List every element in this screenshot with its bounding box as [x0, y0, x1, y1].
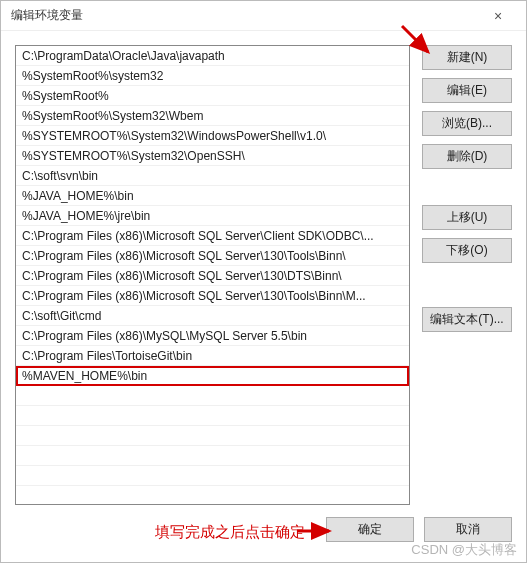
spacer	[422, 177, 512, 197]
close-icon: ×	[494, 8, 502, 24]
dialog-title: 编辑环境变量	[11, 7, 478, 24]
move-up-button[interactable]: 上移(U)	[422, 205, 512, 230]
path-list-item[interactable]: %SYSTEMROOT%\System32\OpenSSH\	[16, 146, 409, 166]
dialog-footer: 填写完成之后点击确定 确定 取消	[1, 506, 526, 562]
path-list-item[interactable]: C:\Program Files (x86)\Microsoft SQL Ser…	[16, 286, 409, 306]
path-list-item[interactable]: %SystemRoot%\system32	[16, 66, 409, 86]
spacer	[422, 271, 512, 299]
path-list-item[interactable]: %SystemRoot%\System32\Wbem	[16, 106, 409, 126]
path-list-item-empty[interactable]	[16, 426, 409, 446]
path-list-item-empty[interactable]	[16, 446, 409, 466]
path-list-item[interactable]: %SYSTEMROOT%\System32\WindowsPowerShell\…	[16, 126, 409, 146]
path-list-item[interactable]: %JAVA_HOME%\bin	[16, 186, 409, 206]
ok-button[interactable]: 确定	[326, 517, 414, 542]
path-list-item[interactable]: C:\Program Files (x86)\Microsoft SQL Ser…	[16, 246, 409, 266]
delete-button[interactable]: 删除(D)	[422, 144, 512, 169]
path-list-item[interactable]: %MAVEN_HOME%\bin	[16, 366, 409, 386]
path-list-item-empty[interactable]	[16, 386, 409, 406]
path-list-item[interactable]: C:\soft\Git\cmd	[16, 306, 409, 326]
path-list-item[interactable]: C:\Program Files (x86)\MySQL\MySQL Serve…	[16, 326, 409, 346]
close-button[interactable]: ×	[478, 2, 518, 30]
button-sidebar: 新建(N) 编辑(E) 浏览(B)... 删除(D) 上移(U) 下移(O) 编…	[422, 45, 512, 506]
annotation-footer-text: 填写完成之后点击确定	[155, 523, 305, 542]
move-down-button[interactable]: 下移(O)	[422, 238, 512, 263]
path-list-item[interactable]: C:\Program Files (x86)\Microsoft SQL Ser…	[16, 266, 409, 286]
titlebar: 编辑环境变量 ×	[1, 1, 526, 31]
browse-button[interactable]: 浏览(B)...	[422, 111, 512, 136]
dialog-content: C:\ProgramData\Oracle\Java\javapath%Syst…	[1, 31, 526, 506]
path-listbox[interactable]: C:\ProgramData\Oracle\Java\javapath%Syst…	[15, 45, 410, 505]
edit-text-button[interactable]: 编辑文本(T)...	[422, 307, 512, 332]
path-list-item[interactable]: C:\Program Files\TortoiseGit\bin	[16, 346, 409, 366]
path-list-item[interactable]: %SystemRoot%	[16, 86, 409, 106]
path-list-item-empty[interactable]	[16, 466, 409, 486]
cancel-button[interactable]: 取消	[424, 517, 512, 542]
edit-button[interactable]: 编辑(E)	[422, 78, 512, 103]
path-list-item[interactable]: %JAVA_HOME%\jre\bin	[16, 206, 409, 226]
path-list-item-empty[interactable]	[16, 406, 409, 426]
path-list-item[interactable]: C:\soft\svn\bin	[16, 166, 409, 186]
path-list-item[interactable]: C:\ProgramData\Oracle\Java\javapath	[16, 46, 409, 66]
path-list-item-empty[interactable]	[16, 486, 409, 505]
env-var-edit-dialog: 编辑环境变量 × C:\ProgramData\Oracle\Java\java…	[0, 0, 527, 563]
new-button[interactable]: 新建(N)	[422, 45, 512, 70]
path-list-item[interactable]: C:\Program Files (x86)\Microsoft SQL Ser…	[16, 226, 409, 246]
